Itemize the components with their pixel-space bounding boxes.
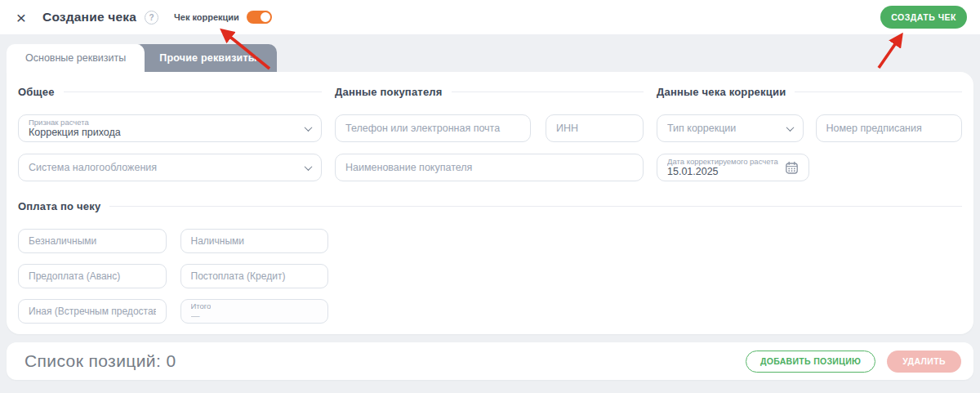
section-correction: Данные чека коррекции Тип коррекции Дата… (657, 83, 962, 181)
correction-type-select[interactable]: Тип коррекции (657, 114, 804, 142)
payment-total-label: Итого (191, 301, 212, 310)
sections-row: Общее Признак расчета Коррекция прихода … (18, 83, 962, 181)
tax-system-placeholder: Система налогообложения (29, 162, 157, 173)
payment-other-input[interactable] (18, 299, 167, 324)
tabs-bar: Основные реквизиты Прочие реквизиты (7, 44, 980, 72)
payment-cashless-input[interactable] (18, 229, 167, 253)
payment-cash-input[interactable] (180, 229, 329, 253)
calc-sign-select[interactable]: Признак расчета Коррекция прихода (18, 114, 322, 142)
section-buyer-title: Данные покупателя (335, 86, 443, 98)
chevron-down-icon (305, 163, 313, 171)
help-icon[interactable]: ? (145, 11, 158, 25)
main-panel: Общее Признак расчета Коррекция прихода … (7, 72, 973, 334)
correction-date-value: 15.01.2025 (667, 166, 778, 178)
correction-toggle-label: Чек коррекции (174, 12, 239, 22)
calc-sign-value: Коррекция прихода (29, 127, 121, 139)
section-payment: Оплата по чеку Итого — (18, 199, 962, 324)
close-icon[interactable]: × (13, 9, 29, 26)
chevron-down-icon (305, 123, 313, 132)
section-general-title: Общее (18, 86, 55, 98)
payment-total-value: — (191, 310, 212, 321)
section-divider (64, 92, 322, 92)
create-receipt-screen: × Создание чека ? Чек коррекции СОЗДАТЬ … (0, 0, 980, 393)
buyer-name-input[interactable] (335, 154, 644, 181)
section-divider (109, 206, 962, 207)
correction-type-placeholder: Тип коррекции (667, 123, 736, 134)
section-divider (795, 92, 962, 92)
section-divider (452, 92, 644, 92)
payment-total-field: Итого — (180, 299, 329, 324)
section-buyer: Данные покупателя (335, 83, 644, 181)
delete-button[interactable]: УДАЛИТЬ (887, 351, 961, 373)
section-payment-title: Оплата по чеку (18, 200, 100, 212)
payment-prepaid-input[interactable] (18, 264, 167, 288)
prescription-number-input[interactable] (816, 114, 963, 142)
section-general: Общее Признак расчета Коррекция прихода … (18, 83, 322, 181)
items-footer: Список позиций: 0 ДОБАВИТЬ ПОЗИЦИЮ УДАЛИ… (7, 342, 973, 380)
items-count-title: Список позиций: 0 (24, 351, 176, 371)
correction-toggle[interactable] (247, 11, 271, 24)
header: × Создание чека ? Чек коррекции СОЗДАТЬ … (0, 0, 980, 34)
payment-fields-grid: Итого — (18, 229, 328, 324)
tab-other-requisites[interactable]: Прочие реквизиты (133, 44, 276, 72)
calendar-icon[interactable] (785, 161, 799, 175)
calc-sign-label: Признак расчета (29, 118, 121, 127)
chevron-down-icon (786, 123, 794, 132)
create-check-button[interactable]: СОЗДАТЬ ЧЕК (880, 6, 967, 29)
empty-cell (822, 154, 962, 181)
toggle-knob (259, 11, 272, 24)
payment-postpaid-input[interactable] (180, 264, 329, 288)
correction-date-label: Дата корректируемого расчета (667, 157, 778, 166)
tax-system-select[interactable]: Система налогообложения (18, 154, 322, 181)
correction-date-field[interactable]: Дата корректируемого расчета 15.01.2025 (657, 154, 809, 181)
tab-main-requisites[interactable]: Основные реквизиты (7, 44, 145, 72)
buyer-phone-email-input[interactable] (335, 114, 531, 142)
buyer-inn-input[interactable] (546, 114, 644, 142)
page-title: Создание чека (42, 10, 136, 25)
section-correction-title: Данные чека коррекции (657, 86, 786, 98)
add-position-button[interactable]: ДОБАВИТЬ ПОЗИЦИЮ (746, 351, 875, 373)
